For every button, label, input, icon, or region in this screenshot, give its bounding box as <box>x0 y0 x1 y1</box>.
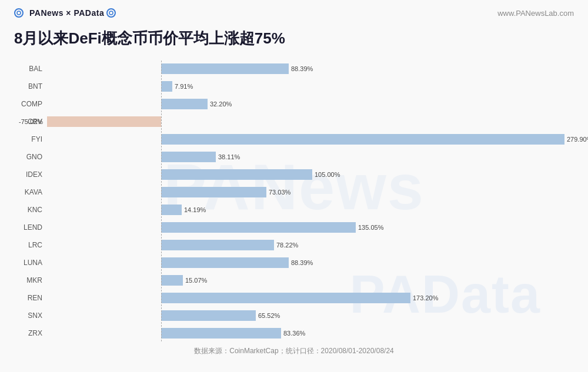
page-title: 8月以来DeFi概念币币价平均上涨超75% <box>0 22 588 58</box>
chart-row: KAVA73.03% <box>12 184 576 200</box>
bar-area: 65.52% <box>47 307 576 324</box>
bar-value-label: 83.36% <box>283 330 305 337</box>
svg-point-3 <box>109 11 113 15</box>
bar-fill <box>161 169 312 180</box>
zero-line <box>161 149 162 165</box>
bar-value-label: 15.07% <box>185 277 207 284</box>
zero-line <box>161 307 162 324</box>
chart-row: IDEX105.00% <box>12 166 576 183</box>
bar-value-label: 105.00% <box>315 171 340 178</box>
bar-value-label: 78.22% <box>276 242 298 249</box>
coin-label: REN <box>12 294 47 302</box>
bar-positive: 32.20% <box>161 99 232 109</box>
bar-area: 38.11% <box>47 149 576 165</box>
zero-line <box>161 184 162 200</box>
coin-label: KNC <box>12 206 47 214</box>
coin-label: LUNA <box>12 259 47 267</box>
coin-label: MKR <box>12 276 47 284</box>
zero-line <box>161 254 162 271</box>
bar-fill <box>161 205 182 215</box>
bar-fill <box>161 328 281 339</box>
logo-group: PANews × PAData <box>14 8 119 18</box>
coin-label: BAL <box>12 65 47 73</box>
zero-line <box>161 202 162 218</box>
coin-label: SNX <box>12 311 47 320</box>
bar-fill <box>161 240 274 250</box>
header: PANews × PAData www.PANewsLab.com <box>0 0 588 22</box>
svg-point-2 <box>107 9 115 17</box>
bar-value-label: 38.11% <box>218 153 240 160</box>
chart-row: BNT7.91% <box>12 78 576 95</box>
bar-positive: 65.52% <box>161 310 280 321</box>
chart-row: REN173.20% <box>12 290 576 306</box>
chart-row: GNO38.11% <box>12 149 576 165</box>
bar-value-label: 173.20% <box>413 294 438 301</box>
zero-line <box>161 96 162 112</box>
coin-label: BNT <box>12 82 47 91</box>
bar-area: 88.39% <box>47 254 576 271</box>
bar-fill <box>161 275 183 286</box>
chart-row: MKR15.07% <box>12 272 576 289</box>
zero-line <box>161 290 162 306</box>
coin-label: ZRX <box>12 329 47 337</box>
bar-positive: 135.05% <box>161 222 383 233</box>
bar-positive: 73.03% <box>161 187 290 197</box>
bar-fill <box>161 81 172 92</box>
chart-row: LEND135.05% <box>12 219 576 236</box>
zero-line <box>161 272 162 289</box>
chart-footer: 数据来源：CoinMarketCap；统计口径：2020/08/01-2020/… <box>0 343 588 358</box>
bar-value-label: 135.05% <box>358 224 383 231</box>
bar-positive: 83.36% <box>161 328 305 339</box>
bar-area: 14.19% <box>47 202 576 218</box>
bar-fill <box>161 257 289 268</box>
website-url: www.PANewsLab.com <box>497 9 574 18</box>
bar-value-label: 65.52% <box>258 312 280 319</box>
bar-fill <box>161 187 266 197</box>
bar-area: 173.20% <box>47 290 576 306</box>
bar-value-label: 14.19% <box>184 206 206 213</box>
bar-fill <box>161 99 208 109</box>
bar-fill <box>161 310 256 321</box>
coin-label: LEND <box>12 223 47 232</box>
chart-row: KNC14.19% <box>12 202 576 218</box>
bar-fill <box>47 116 161 127</box>
coin-label: LRC <box>12 241 47 249</box>
bar-positive: 105.00% <box>161 169 340 180</box>
bar-positive: 78.22% <box>161 240 298 250</box>
bar-value-label: 88.39% <box>291 65 313 72</box>
zero-line <box>161 325 162 341</box>
bar-value-label: 88.39% <box>291 259 313 266</box>
bar-area: 15.07% <box>47 272 576 289</box>
coin-label: COMP <box>12 100 47 108</box>
zero-line <box>161 219 162 236</box>
bar-positive: 279.90% <box>161 134 588 145</box>
bar-fill <box>161 293 410 303</box>
bar-value-label: -75.02% <box>19 118 43 125</box>
chart-row: FYI279.90% <box>12 131 576 148</box>
svg-point-0 <box>15 9 23 17</box>
panews-logo-icon <box>14 8 27 18</box>
bar-value-label: 32.20% <box>210 100 232 108</box>
zero-line <box>161 237 162 253</box>
bar-fill <box>161 134 564 145</box>
bar-value-label: 73.03% <box>269 189 290 196</box>
panews-label: PANews × PAData <box>29 8 104 18</box>
chart-row: CRV-75.02% <box>12 113 576 130</box>
bar-positive: 15.07% <box>161 275 207 286</box>
chart-row: LUNA88.39% <box>12 254 576 271</box>
bar-area: 73.03% <box>47 184 576 200</box>
bar-fill <box>161 222 356 233</box>
svg-point-1 <box>17 11 21 15</box>
chart-row: BAL88.39% <box>12 61 576 77</box>
bar-value-label: 279.90% <box>567 136 588 143</box>
zero-line <box>161 61 162 77</box>
bar-area: 105.00% <box>47 166 576 183</box>
bar-positive: 38.11% <box>161 152 240 162</box>
bar-negative <box>47 116 161 127</box>
bar-positive: 88.39% <box>161 63 313 74</box>
bar-area: -75.02% <box>47 113 576 130</box>
bar-area: 88.39% <box>47 61 576 77</box>
zero-line <box>161 166 162 183</box>
chart-row: COMP32.20% <box>12 96 576 112</box>
coin-label: IDEX <box>12 170 47 179</box>
